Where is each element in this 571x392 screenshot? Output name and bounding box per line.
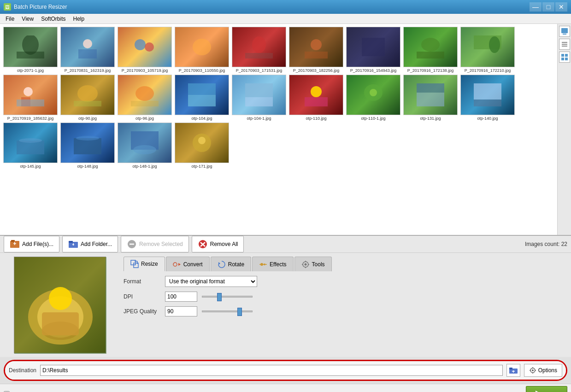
image-label: otp-96.jpg	[135, 116, 154, 121]
browse-folder-button[interactable]	[506, 364, 520, 377]
image-label: P_20170903_171531.jpg	[236, 68, 283, 73]
remove-all-button[interactable]: Remove All	[192, 236, 244, 252]
list-item[interactable]: otp-145.jpg	[3, 123, 58, 169]
toolbar: Add File(s)... Add Folder... Remove Sele…	[0, 236, 571, 253]
tab-effects-label: Effects	[270, 261, 286, 268]
list-item[interactable]: otp-2071-1.jpg	[3, 27, 58, 73]
svg-rect-79	[69, 241, 73, 243]
format-label: Format	[124, 278, 160, 285]
tab-resize[interactable]: Resize	[124, 257, 165, 271]
destination-section: Destination Options	[4, 360, 567, 381]
svg-point-24	[489, 36, 500, 53]
thumbnail	[118, 27, 172, 67]
thumbnail	[289, 27, 343, 67]
list-item[interactable]: P_20170903_182256.jpg	[289, 27, 343, 73]
thumbnail	[60, 75, 115, 115]
list-item[interactable]: otp-148.jpg	[60, 123, 115, 169]
list-item[interactable]: P_20170903_105719.jpg	[118, 27, 172, 73]
format-select[interactable]: Use the original format JPEG PNG BMP GIF…	[165, 276, 257, 287]
list-item[interactable]: P_20170903_171531.jpg	[232, 27, 286, 73]
menu-help[interactable]: Help	[70, 15, 88, 23]
menu-softorbits[interactable]: SoftOrbits	[37, 15, 69, 23]
image-label: P_20170903_110550.jpg	[179, 68, 225, 73]
maximize-button[interactable]: □	[542, 2, 554, 12]
thumbnail	[3, 123, 58, 163]
dpi-slider-track	[202, 296, 253, 298]
list-item[interactable]: P_20170831_162319.jpg	[60, 27, 115, 73]
svg-rect-92	[42, 312, 79, 335]
browse-icon	[509, 367, 518, 374]
tabs-container: Resize Convert Rotate Effects Tools	[124, 257, 567, 271]
list-item[interactable]: otp-104-1.jpg	[232, 75, 286, 121]
svg-rect-66	[563, 34, 566, 35]
image-label: P_20170916_154943.jpg	[350, 68, 397, 73]
svg-point-104	[304, 263, 306, 265]
list-item[interactable]: P_20170919_185632.jpg	[3, 75, 58, 121]
jpeg-quality-input[interactable]	[165, 306, 197, 316]
window-title: Batch Picture Resizer	[14, 4, 67, 10]
view-list-button[interactable]	[559, 39, 570, 50]
dpi-label: DPI	[124, 293, 160, 300]
svg-rect-37	[188, 95, 216, 106]
destination-bar: Destination Options	[5, 361, 566, 380]
list-item[interactable]: P_20170916_172138.jpg	[403, 27, 458, 73]
list-item[interactable]: P_20170916_154943.jpg	[346, 27, 400, 73]
dpi-input[interactable]	[165, 292, 197, 302]
list-item[interactable]: otp-131.jpg	[403, 75, 458, 121]
jpeg-quality-label: JPEG Quality	[124, 308, 160, 315]
tools-icon	[301, 260, 310, 269]
image-grid-container: otp-2071-1.jpg P_20170831_162319.jpg P_2…	[0, 24, 571, 236]
thumbnail	[118, 75, 172, 115]
tab-rotate[interactable]: Rotate	[211, 257, 251, 271]
remove-selected-button[interactable]: Remove Selected	[121, 236, 189, 252]
remove-selected-label: Remove Selected	[139, 241, 183, 247]
tab-effects[interactable]: Effects	[252, 257, 293, 271]
bottom-panel: Resize Convert Rotate Effects Tools	[0, 253, 571, 357]
view-photo-button[interactable]	[559, 26, 570, 37]
image-label: P_20170919_185632.jpg	[7, 116, 54, 121]
thumbnail	[346, 75, 400, 115]
view-grid-button[interactable]	[559, 52, 570, 63]
add-folder-button[interactable]: Add Folder...	[62, 236, 118, 252]
resize-icon	[130, 260, 139, 268]
list-item[interactable]: P_20170903_110550.jpg	[175, 27, 229, 73]
list-item[interactable]: otp-104.jpg	[175, 75, 229, 121]
list-item[interactable]: otp-110-1.jpg	[346, 75, 400, 121]
add-files-button[interactable]: Add File(s)...	[4, 236, 59, 252]
tab-tools[interactable]: Tools	[294, 257, 332, 271]
start-icon	[534, 389, 543, 392]
close-button[interactable]: ✕	[555, 2, 567, 12]
dpi-slider-thumb[interactable]	[217, 293, 222, 301]
dpi-slider[interactable]	[202, 293, 253, 300]
svg-rect-81	[73, 243, 74, 246]
effects-icon	[259, 260, 267, 269]
svg-rect-49	[417, 83, 444, 93]
options-button[interactable]: Options	[524, 364, 562, 377]
thumbnail	[60, 123, 115, 163]
menu-file[interactable]: File	[2, 15, 18, 23]
svg-rect-73	[565, 58, 568, 60]
svg-point-55	[19, 138, 42, 143]
start-button[interactable]: Start	[526, 386, 567, 392]
list-item[interactable]: otp-90.jpg	[60, 75, 115, 121]
minimize-button[interactable]: —	[530, 2, 542, 12]
svg-point-7	[135, 39, 146, 50]
image-label: P_20170903_105719.jpg	[122, 68, 168, 73]
quality-slider-thumb[interactable]	[237, 308, 242, 316]
menu-view[interactable]: View	[18, 15, 37, 23]
list-item[interactable]: otp-148-1.jpg	[118, 123, 172, 169]
list-item[interactable]: P_20170916_172210.jpg	[460, 27, 515, 73]
quality-slider[interactable]	[202, 308, 253, 315]
destination-input[interactable]	[40, 365, 503, 376]
list-item[interactable]: otp-110.jpg	[289, 75, 343, 121]
list-item[interactable]: otp-96.jpg	[118, 75, 172, 121]
svg-point-64	[198, 137, 206, 144]
list-item[interactable]: otp-140.jpg	[460, 75, 515, 121]
thumbnail	[460, 27, 515, 67]
svg-rect-13	[245, 53, 273, 59]
tab-convert[interactable]: Convert	[166, 257, 210, 271]
thumbnail	[289, 75, 343, 115]
jpeg-quality-row: JPEG Quality	[124, 306, 567, 316]
list-item[interactable]: otp-171.jpg	[175, 123, 229, 169]
tab-rotate-label: Rotate	[228, 261, 244, 268]
